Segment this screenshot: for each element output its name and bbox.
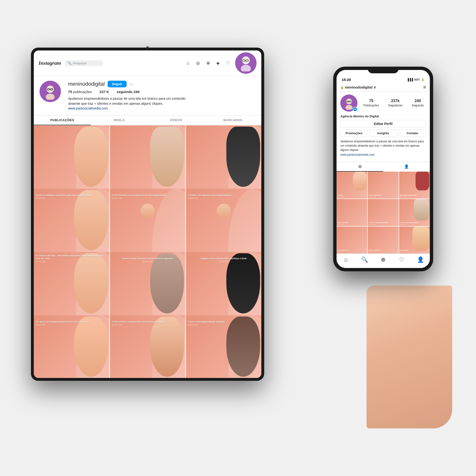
hand	[367, 286, 452, 428]
phone-fullname: Agência Menino do Digital	[340, 115, 426, 118]
profile-bio: Ajudamos empreendedores a passar de uma …	[68, 96, 187, 106]
phone-post-1[interactable]: Se amar @seuar roba	[337, 171, 367, 199]
profile-section: meninododigital Seguir ··· 75 publicaçõe…	[34, 76, 261, 115]
phone-post-4[interactable]: Quem não pode @seuar roba	[337, 199, 367, 226]
instagram-topbar: Instagram 🔍 Pesquisar ⌂ ◎ ⊕ ◈ ♡	[34, 51, 261, 76]
battery-icon: 🔋	[421, 78, 425, 81]
following-stat: seguindo 240	[117, 90, 139, 94]
search-placeholder: Pesquisar	[73, 61, 87, 65]
edit-profile-button[interactable]: Editar Perfil	[340, 120, 426, 128]
hand-shape	[367, 286, 452, 428]
phone-post-6[interactable]: Como a micropigmentação @seuar roba	[399, 199, 430, 226]
tab-marcados[interactable]: MARCADOS	[204, 116, 261, 125]
phone-post-9[interactable]: Sobrancelha @seuar roba	[399, 227, 430, 254]
dropdown-icon: ∨	[374, 85, 376, 89]
phone-posts-stat: 75 Publicações	[363, 99, 379, 107]
tablet-camera	[146, 46, 149, 49]
phone-profile: + 75 Publicações 237k Seguidores 240	[337, 92, 430, 162]
tab-reels[interactable]: REELS	[91, 116, 148, 125]
heart-icon[interactable]: ♡	[225, 60, 231, 66]
tab-publicacoes[interactable]: PUBLICAÇÕES	[34, 116, 91, 125]
menu-icon[interactable]: ≡	[423, 85, 426, 90]
insights-button[interactable]: Insights	[370, 130, 397, 137]
phone-post-3[interactable]: Micropigmentação labial. @seuar roba	[399, 171, 430, 199]
scene: Instagram 🔍 Pesquisar ⌂ ◎ ⊕ ◈ ♡	[24, 24, 452, 452]
phone-post-5[interactable]: Cores de micropigmentação @seuar roba	[368, 199, 398, 226]
nav-heart-icon[interactable]: ♡	[398, 256, 405, 263]
phone-following-stat: 240 Seguindo	[412, 99, 424, 107]
profile-info: meninododigital Seguir ··· 75 publicaçõe…	[68, 81, 255, 110]
profile-avatar[interactable]	[39, 81, 61, 102]
svg-point-7	[46, 94, 54, 100]
phone-tabs: ⊞ 👤	[337, 162, 430, 171]
more-button[interactable]: ···	[130, 82, 133, 87]
search-box[interactable]: 🔍 Pesquisar	[65, 60, 103, 66]
nav-icons: ⌂ ◎ ⊕ ◈ ♡	[185, 52, 256, 74]
tab-videos[interactable]: VÍDEOS	[148, 116, 204, 125]
phone-post-7[interactable]: A trama do sono @seuar roba	[337, 227, 367, 254]
person-icon: 👤	[404, 164, 409, 169]
posts-stat: 75 publicações	[68, 90, 92, 94]
phone-bio: Ajudamos empreendedores a passar de uma …	[340, 139, 426, 152]
follow-button[interactable]: Seguir	[108, 81, 127, 87]
phone-profile-top: + 75 Publicações 237k Seguidores 240	[340, 95, 426, 112]
phone-avatar[interactable]: +	[340, 95, 357, 112]
profile-link[interactable]: www.packsocialmedia.com	[68, 106, 108, 110]
profile-tabs: PUBLICAÇÕES REELS VÍDEOS MARCADOS	[34, 115, 261, 125]
phone-time: 15:20	[342, 78, 351, 82]
wifi-icon: WiFi	[414, 78, 420, 81]
promotions-button[interactable]: Promoções	[340, 130, 368, 137]
phone-followers-stat: 237k Seguidores	[388, 99, 403, 107]
nav-profile-icon[interactable]: 👤	[417, 256, 424, 263]
phone-tab-grid[interactable]: ⊞	[337, 162, 383, 171]
phone-link[interactable]: www.packsocialmedia.com	[340, 153, 426, 156]
username-row: meninododigital Seguir ···	[68, 81, 255, 87]
phone-device: 15:20 ▐▐▐ WiFi 🔋 meninododigital ∨ ≡	[333, 67, 433, 271]
action-buttons: Promoções Insights Contato	[340, 130, 426, 137]
avatar[interactable]	[235, 52, 256, 74]
profile-username: meninododigital	[68, 81, 105, 87]
phone-post-2[interactable]: Quais cuidados ter @seuar roba	[368, 171, 398, 199]
avatar-svg	[238, 55, 254, 71]
status-icons: ▐▐▐ WiFi 🔋	[407, 78, 425, 81]
tablet-device: Instagram 🔍 Pesquisar ⌂ ◎ ⊕ ◈ ♡	[31, 48, 264, 381]
phone-bottom-nav: ⌂ 🔍 ⊕ ♡ 👤	[337, 254, 430, 268]
messenger-icon[interactable]: ◎	[195, 60, 201, 66]
nav-home-icon[interactable]: ⌂	[342, 256, 349, 263]
phone-screen: 15:20 ▐▐▐ WiFi 🔋 meninododigital ∨ ≡	[337, 70, 430, 268]
explore-icon[interactable]: ◈	[215, 60, 221, 66]
svg-point-12	[345, 105, 352, 109]
phone-post-8[interactable]: Qual a dualidade @seuar roba	[368, 227, 398, 254]
phone-posts-grid: Se amar @seuar roba Quais cuidados ter @…	[337, 171, 430, 254]
stats-row: 75 publicações 237 K seguindo 240	[68, 90, 255, 94]
nav-search-icon[interactable]: 🔍	[361, 256, 368, 263]
contact-button[interactable]: Contato	[399, 130, 426, 137]
instagram-logo: Instagram	[38, 60, 61, 66]
phone-notch	[368, 67, 399, 73]
signal-icon: ▐▐▐	[407, 78, 413, 81]
phone-ig-header: meninododigital ∨ ≡	[337, 83, 430, 92]
grid-icon: ⊞	[358, 164, 361, 169]
add-icon[interactable]: ⊕	[205, 60, 211, 66]
search-icon: 🔍	[68, 61, 71, 65]
home-icon[interactable]: ⌂	[185, 60, 191, 66]
posts-grid: Quais os cuidados específicos pós microp…	[34, 125, 261, 378]
phone-stats: 75 Publicações 237k Seguidores 240 Segui…	[361, 99, 426, 107]
tablet-screen: Instagram 🔍 Pesquisar ⌂ ◎ ⊕ ◈ ♡	[34, 51, 261, 378]
phone-username: meninododigital ∨	[340, 85, 376, 89]
nav-add-icon[interactable]: ⊕	[380, 256, 387, 263]
profile-avatar-svg	[42, 83, 59, 100]
avatar-plus[interactable]: +	[353, 107, 357, 112]
followers-stat: 237 K	[100, 90, 109, 94]
svg-point-2	[241, 65, 251, 71]
phone-tab-tagged[interactable]: 👤	[383, 162, 430, 171]
